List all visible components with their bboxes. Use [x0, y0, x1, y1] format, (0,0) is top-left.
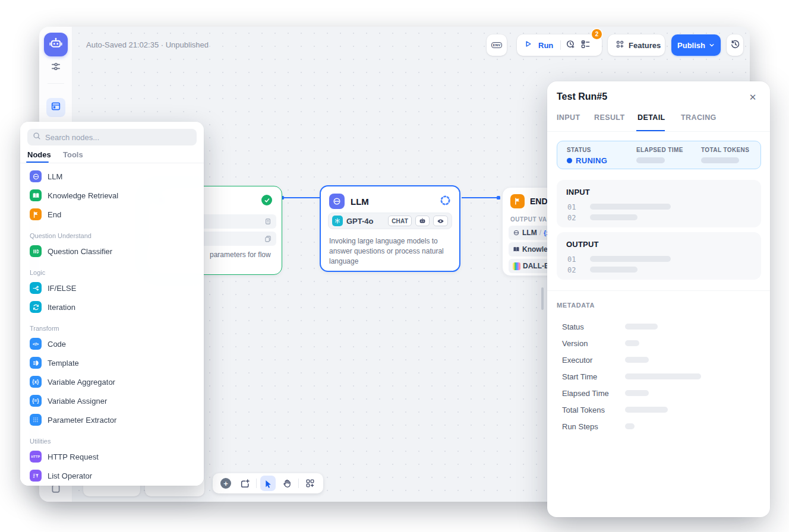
- tab-input[interactable]: INPUT: [557, 113, 580, 122]
- node-item-variable-aggregator[interactable]: {x} Variable Aggregator: [25, 372, 199, 391]
- total-tokens-label: TOTAL TOKENS: [701, 147, 749, 153]
- template-icon: [30, 357, 42, 369]
- group-header-logic: Logic: [30, 269, 45, 276]
- loop-icon: [30, 301, 42, 313]
- test-run-panel: Test Run#5 ✕ INPUT RESULT DETAIL TRACING…: [547, 81, 770, 517]
- close-icon[interactable]: ✕: [746, 91, 759, 104]
- restore-clock-icon: [730, 39, 740, 52]
- dalle-icon: [513, 262, 520, 270]
- node-item-question-classifier[interactable]: Question Classifier: [25, 242, 199, 261]
- tab-nodes[interactable]: Nodes: [27, 150, 51, 159]
- checklist-button[interactable]: [580, 39, 591, 52]
- llm-node-title: LLM: [351, 197, 369, 207]
- metadata-title: METADATA: [557, 302, 595, 309]
- elapsed-time-label: ELAPSED TIME: [636, 147, 683, 153]
- node-item-llm[interactable]: LLM: [25, 167, 199, 186]
- node-item-template[interactable]: Template: [25, 353, 199, 372]
- llm-node[interactable]: LLM GPT-4o CHAT Invoking large language …: [320, 185, 460, 272]
- meta-skeleton: [625, 340, 639, 346]
- version-history-button[interactable]: [727, 34, 743, 56]
- pointer-tool-button[interactable]: [260, 476, 276, 491]
- http-icon: HTTP: [30, 451, 42, 463]
- input-card: INPUT 01 02: [557, 180, 761, 227]
- node-item-variable-assigner[interactable]: {=} Variable Assigner: [25, 391, 199, 410]
- status-label: STATUS: [567, 147, 591, 153]
- toolbar-divider: [560, 40, 561, 50]
- success-check-icon: [261, 195, 272, 205]
- env-button[interactable]: ENV: [487, 34, 507, 56]
- end-row-label: LLM: [522, 229, 537, 237]
- status-value: RUNING: [567, 156, 607, 165]
- node-item-knowledge-retrieval[interactable]: Knowledge Retrieval: [25, 186, 199, 205]
- add-note-button[interactable]: [237, 476, 253, 491]
- node-item-http-request[interactable]: HTTP HTTP Request: [25, 447, 199, 466]
- line-number: 02: [567, 266, 576, 274]
- run-group: Run: [517, 34, 602, 56]
- vision-robot-icon: [415, 216, 430, 226]
- features-icon: [616, 40, 624, 51]
- node-item-end[interactable]: End: [25, 205, 199, 224]
- node-item-list-operator[interactable]: List Operator: [25, 466, 199, 485]
- run-button[interactable]: Run: [524, 40, 556, 50]
- toolbar-divider: [256, 479, 257, 488]
- search-input[interactable]: [45, 133, 191, 142]
- node-item-parameter-extractor[interactable]: Parameter Extractor: [25, 410, 199, 429]
- elapsed-time-skeleton: [636, 157, 665, 163]
- dot-grid-icon: [30, 414, 42, 426]
- connector-start-llm: [283, 197, 320, 198]
- output-skeleton: [590, 256, 671, 262]
- tab-detail[interactable]: DETAIL: [637, 113, 665, 122]
- model-selector[interactable]: GPT-4o CHAT: [328, 213, 452, 229]
- meta-label-version: Version: [562, 339, 588, 348]
- add-node-button[interactable]: +: [218, 476, 233, 491]
- line-number: 01: [567, 203, 576, 211]
- canvas-scrollbar[interactable]: [541, 287, 544, 310]
- status-card: STATUS RUNING ELAPSED TIME TOTAL TOKENS: [557, 141, 761, 169]
- chat-mode-badge: CHAT: [388, 216, 412, 226]
- llm-node-description: Invoking large language models to answer…: [329, 236, 455, 267]
- eye-icon: [433, 216, 448, 226]
- hand-tool-button[interactable]: [279, 476, 295, 491]
- meta-skeleton: [625, 423, 635, 429]
- panel-title: Test Run#5: [557, 91, 607, 102]
- running-dot-icon: [567, 158, 572, 163]
- publish-button[interactable]: Publish: [671, 34, 721, 56]
- line-number: 01: [567, 255, 576, 264]
- input-skeleton: [590, 214, 637, 220]
- tab-tracing[interactable]: TRACING: [681, 113, 717, 122]
- node-search-box[interactable]: [27, 129, 197, 145]
- group-header-utilities: Utilities: [30, 438, 51, 445]
- output-skeleton: [590, 267, 637, 273]
- classifier-icon: [30, 245, 42, 257]
- node-item-if-else[interactable]: IF/ELSE: [25, 278, 199, 297]
- end-row-label: DALL-E: [523, 262, 549, 270]
- workflow-editor: Auto-Saved 21:02:35 · Unpublished ENV Ru…: [0, 0, 789, 532]
- model-name: GPT-4o: [346, 217, 384, 226]
- connector-llm-end: [462, 197, 498, 198]
- output-title: OUTPUT: [566, 240, 599, 249]
- variable-assign-icon: {=}: [30, 395, 42, 407]
- tab-result[interactable]: RESULT: [594, 113, 624, 122]
- node-search-panel: Nodes Tools LLM Knowledge Retrieval End …: [20, 122, 204, 486]
- code-icon: </>: [30, 338, 42, 350]
- node-panel-toggle[interactable]: [46, 98, 65, 117]
- meta-label-run-steps: Run Steps: [562, 422, 598, 431]
- features-button[interactable]: Features: [608, 34, 665, 56]
- input-title: INPUT: [566, 188, 590, 197]
- meta-label-elapsed-time: Elapsed Time: [562, 389, 609, 398]
- flag-icon: [30, 208, 42, 220]
- node-item-iteration[interactable]: Iteration: [25, 297, 199, 316]
- preferences-button[interactable]: [51, 61, 61, 74]
- tab-tools[interactable]: Tools: [63, 150, 83, 159]
- meta-skeleton: [625, 357, 649, 363]
- plus-circle-icon: +: [220, 478, 231, 489]
- filter-list-icon: [30, 470, 42, 482]
- app-logo[interactable]: [44, 33, 68, 56]
- group-header-transform: Transform: [30, 325, 59, 332]
- node-item-code[interactable]: </> Code: [25, 334, 199, 353]
- organize-nodes-button[interactable]: [302, 476, 318, 491]
- end-node-title: END: [530, 197, 548, 206]
- run-history-button[interactable]: [566, 39, 576, 52]
- toolbar-divider: [298, 479, 299, 488]
- search-icon: [33, 132, 41, 142]
